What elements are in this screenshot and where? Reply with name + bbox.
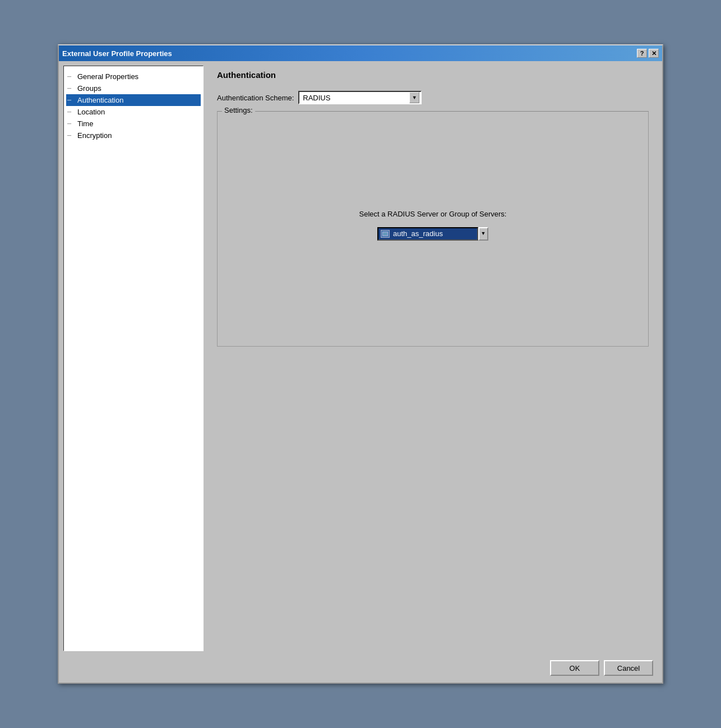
- sidebar-item-wrapper-general: General Properties: [66, 71, 201, 82]
- settings-inner: Select a RADIUS Server or Group of Serve…: [224, 118, 641, 331]
- dialog-title: External User Profile Properties: [62, 49, 172, 58]
- radius-server-value: auth_as_radius: [393, 229, 443, 238]
- sidebar-item-wrapper-authentication: Authentication: [66, 94, 201, 106]
- sidebar-item-wrapper-groups: Groups: [66, 82, 201, 94]
- sidebar-item-groups[interactable]: Groups: [66, 82, 201, 94]
- title-bar-buttons: ? ✕: [637, 49, 659, 58]
- dialog-footer: OK Cancel: [59, 656, 662, 683]
- ok-button[interactable]: OK: [550, 660, 599, 676]
- radius-server-icon: [381, 230, 390, 238]
- cancel-button[interactable]: Cancel: [604, 660, 653, 676]
- sidebar: General Properties Groups Authentication…: [63, 66, 204, 651]
- help-button[interactable]: ?: [637, 49, 647, 58]
- radius-server-label: Select a RADIUS Server or Group of Serve…: [359, 210, 507, 218]
- settings-group: Settings: Select a RADIUS Server or Grou…: [217, 111, 649, 347]
- sidebar-item-wrapper-encryption: Encryption: [66, 130, 201, 141]
- sidebar-item-wrapper-location: Location: [66, 106, 201, 118]
- radius-icon-inner: [382, 232, 388, 236]
- chevron-down-icon: ▼: [412, 95, 417, 100]
- radius-dropdown-button[interactable]: ▼: [478, 227, 488, 241]
- radius-select-container: auth_as_radius ▼: [377, 227, 488, 241]
- sidebar-item-location[interactable]: Location: [66, 106, 201, 118]
- auth-scheme-label: Authentication Scheme:: [217, 94, 294, 102]
- section-title: Authentication: [217, 70, 649, 80]
- chevron-down-icon: ▼: [481, 231, 486, 236]
- sidebar-item-encryption[interactable]: Encryption: [66, 130, 201, 141]
- close-button[interactable]: ✕: [649, 49, 659, 58]
- sidebar-item-time[interactable]: Time: [66, 118, 201, 130]
- sidebar-item-general-properties[interactable]: General Properties: [66, 71, 201, 82]
- dialog-body: General Properties Groups Authentication…: [59, 61, 662, 656]
- sidebar-item-authentication[interactable]: Authentication: [66, 94, 201, 106]
- dialog: External User Profile Properties ? ✕ Gen…: [58, 44, 663, 684]
- radius-server-select[interactable]: auth_as_radius: [377, 227, 478, 241]
- settings-group-label: Settings:: [222, 106, 255, 114]
- auth-scheme-row: Authentication Scheme: RADIUS ▼: [217, 91, 649, 104]
- sidebar-item-wrapper-time: Time: [66, 118, 201, 130]
- auth-scheme-select[interactable]: RADIUS ▼: [298, 91, 422, 104]
- auth-scheme-value: RADIUS: [301, 94, 409, 102]
- auth-scheme-dropdown-button[interactable]: ▼: [409, 92, 419, 103]
- main-content: Authentication Authentication Scheme: RA…: [208, 66, 658, 651]
- title-bar: External User Profile Properties ? ✕: [59, 45, 662, 61]
